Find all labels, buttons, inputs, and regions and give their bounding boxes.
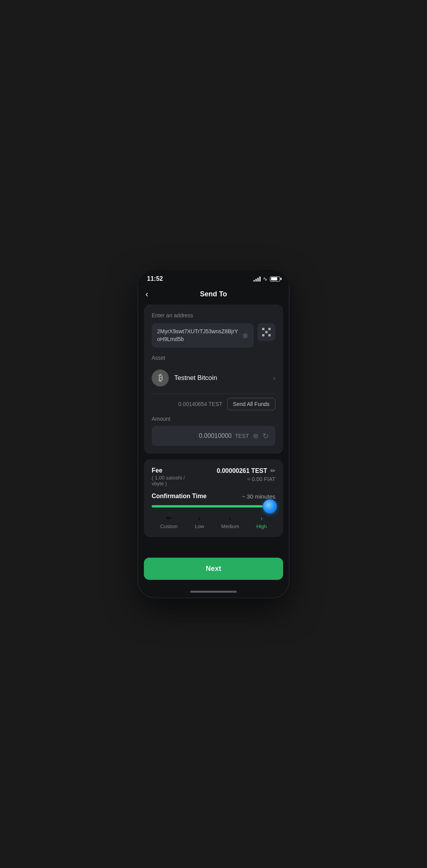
address-row: 2MyrX9swt7XUTrTJ53wnsZ8BjrYoH9Lmd5b ⊗ [152, 323, 275, 348]
fee-amount: 0.00000261 TEST [217, 467, 267, 474]
fee-slider[interactable] [152, 505, 275, 508]
low-label: Low [195, 523, 204, 529]
wifi-icon: ∿ [263, 276, 268, 282]
low-icon: › [198, 515, 200, 522]
fee-card: Fee ( 1.00 satoshi /vbyte ) 0.00000261 T… [144, 459, 283, 537]
asset-name: Testnet Bitcoin [174, 374, 268, 382]
fee-fiat: ≈ 0.00 FIAT [247, 476, 275, 482]
battery-icon [270, 276, 280, 282]
confirmation-row: Confirmation Time ~ 30 minutes [152, 493, 275, 500]
fee-left: Fee ( 1.00 satoshi /vbyte ) [152, 467, 185, 486]
swap-currency-button[interactable]: ↻ [262, 431, 269, 441]
high-label: High [256, 523, 267, 529]
divider [152, 394, 275, 394]
fee-label: Fee [152, 467, 185, 474]
next-button[interactable]: Next [144, 558, 283, 580]
bitcoin-icon: ₿ [152, 369, 169, 387]
confirmation-label: Confirmation Time [152, 493, 206, 500]
fee-level-low[interactable]: › Low [195, 515, 204, 529]
home-bar [190, 591, 237, 593]
status-bar: 11:52 ∿ [138, 270, 289, 285]
asset-section: Asset ₿ Testnet Bitcoin › [152, 355, 275, 394]
balance-row: 0.00140654 TEST Send All Funds [152, 398, 275, 410]
amount-unit: TEST [235, 433, 249, 439]
amount-value: 0.00010000 TEST [158, 432, 249, 439]
slider-fill [152, 505, 263, 508]
slider-thumb[interactable] [263, 499, 277, 513]
balance-amount: 0.00140654 TEST [178, 401, 222, 407]
asset-label: Asset [152, 355, 275, 361]
status-time: 11:52 [147, 275, 163, 282]
fee-level-high[interactable]: › High [256, 515, 267, 529]
asset-selector[interactable]: ₿ Testnet Bitcoin › [152, 366, 275, 390]
address-card: Enter an address 2MyrX9swt7XUTrTJ53wnsZ8… [144, 304, 283, 454]
home-indicator [138, 588, 289, 598]
fee-right: 0.00000261 TEST ✏ ≈ 0.00 FIAT [217, 467, 275, 482]
main-content: Enter an address 2MyrX9swt7XUTrTJ53wnsZ8… [138, 304, 289, 554]
custom-label: Custom [160, 523, 178, 529]
status-icons: ∿ [254, 276, 280, 282]
fee-level-medium[interactable]: › Medium [221, 515, 239, 529]
fee-amount-row: 0.00000261 TEST ✏ [217, 467, 275, 474]
fee-sub-label: ( 1.00 satoshi /vbyte ) [152, 475, 185, 486]
edit-fee-button[interactable]: ✏ [270, 467, 275, 474]
address-value: 2MyrX9swt7XUTrTJ53wnsZ8BjrYoH9Lmd5b [157, 328, 239, 343]
phone-frame: 11:52 ∿ ‹ Send To Enter an address 2MyrX [138, 270, 289, 598]
address-clear-button[interactable]: ⊗ [242, 331, 248, 340]
high-icon: › [261, 515, 262, 522]
amount-actions: ⊗ ↻ [253, 431, 269, 441]
amount-input[interactable]: 0.00010000 TEST ⊗ ↻ [152, 426, 275, 446]
medium-label: Medium [221, 523, 239, 529]
amount-clear-button[interactable]: ⊗ [253, 432, 259, 440]
qr-scan-button[interactable] [257, 323, 275, 341]
address-input[interactable]: 2MyrX9swt7XUTrTJ53wnsZ8BjrYoH9Lmd5b ⊗ [152, 323, 254, 348]
header: ‹ Send To [138, 285, 289, 304]
fee-row: Fee ( 1.00 satoshi /vbyte ) 0.00000261 T… [152, 467, 275, 486]
amount-label: Amount [152, 416, 275, 422]
custom-icon: ✏ [166, 514, 172, 522]
chevron-right-icon: › [273, 374, 275, 382]
signal-icon [254, 276, 261, 282]
qr-icon [262, 328, 271, 336]
medium-icon: › [229, 515, 231, 522]
page-title: Send To [200, 290, 227, 298]
confirmation-value: ~ 30 minutes [242, 493, 275, 500]
address-label: Enter an address [152, 312, 275, 318]
send-all-button[interactable]: Send All Funds [227, 398, 275, 410]
fee-level-custom[interactable]: ✏ Custom [160, 514, 178, 529]
back-button[interactable]: ‹ [145, 289, 148, 299]
fee-levels: ✏ Custom › Low › Medium › High [152, 514, 275, 529]
